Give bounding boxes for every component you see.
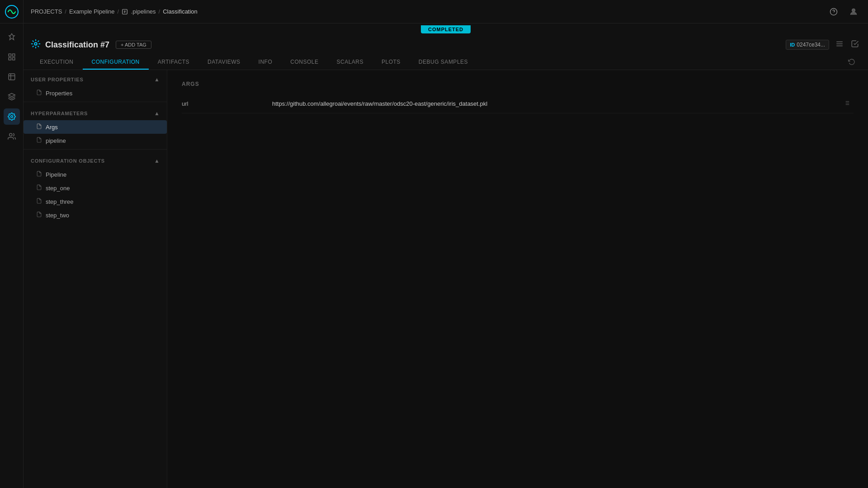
args-value-url: https://github.com/allegroai/events/raw/… [272, 100, 840, 107]
task-title-row: Classification #7 + ADD TAG ID 0247ce34.… [31, 38, 861, 52]
task-id-value: 0247ce34... [797, 42, 825, 48]
task-type-icon [31, 39, 41, 51]
divider-2 [24, 149, 167, 150]
topbar: PROJECTS / Example Pipeline / .pipelines… [24, 0, 868, 23]
tabs: EXECUTION CONFIGURATION ARTIFACTS DATAVI… [31, 55, 861, 70]
svg-marker-5 [8, 94, 15, 97]
tab-execution[interactable]: EXECUTION [31, 55, 83, 70]
left-panel-item-properties[interactable]: Properties [24, 86, 167, 100]
svg-point-7 [9, 133, 12, 136]
breadcrumb-example-pipeline[interactable]: Example Pipeline [69, 8, 114, 15]
step-one-label: step_one [46, 185, 70, 192]
app-logo[interactable] [0, 0, 24, 23]
svg-rect-2 [12, 54, 14, 56]
help-icon[interactable] [826, 5, 841, 19]
args-key-url: url [182, 100, 272, 107]
hyperparameters-header: HYPERPARAMETERS ▲ [24, 104, 167, 120]
svg-line-20 [33, 46, 34, 47]
main-content: ARGS url https://github.com/allegroai/ev… [167, 70, 868, 488]
breadcrumb-sep-1: / [65, 8, 66, 15]
tab-plots[interactable]: PLOTS [373, 55, 410, 70]
file-icon-step-three [36, 198, 42, 205]
svg-rect-4 [12, 58, 14, 60]
left-panel-item-step-three[interactable]: step_three [24, 195, 167, 208]
args-section-title: ARGS [182, 81, 854, 87]
hyperparameters-toggle[interactable]: ▲ [154, 110, 160, 117]
tab-dataviews[interactable]: DATAVIEWS [198, 55, 250, 70]
nav-icon-experiments[interactable] [4, 69, 20, 85]
breadcrumb-projects[interactable]: PROJECTS [31, 8, 62, 15]
svg-rect-1 [9, 54, 11, 56]
file-icon-step-one [36, 184, 42, 192]
breadcrumb-sep-2: / [117, 8, 119, 15]
config-objects-title: CONFIGURATION OBJECTS [31, 158, 105, 164]
left-panel-item-step-two[interactable]: step_two [24, 208, 167, 222]
nav-icon-dashboard[interactable] [4, 49, 20, 65]
hyperparameters-title: HYPERPARAMETERS [31, 111, 88, 116]
user-properties-toggle[interactable]: ▲ [154, 76, 160, 83]
left-panel-item-pipeline[interactable]: pipeline [24, 134, 167, 147]
svg-point-12 [34, 42, 37, 45]
args-label: Args [46, 124, 58, 131]
pipeline-config-label: Pipeline [46, 171, 66, 178]
tab-configuration[interactable]: CONFIGURATION [83, 55, 149, 70]
left-panel-item-args[interactable]: Args [24, 120, 167, 134]
nav-icon-layers[interactable] [4, 89, 20, 105]
breadcrumb-pipelines[interactable]: .pipelines [122, 8, 156, 15]
breadcrumb-pipelines-label: .pipelines [131, 8, 156, 15]
svg-line-19 [38, 40, 39, 42]
pipeline-param-label: pipeline [46, 137, 66, 144]
nav-icon-users[interactable] [4, 128, 20, 145]
svg-point-11 [852, 9, 855, 12]
svg-rect-3 [9, 58, 11, 60]
status-badge: COMPLETED [421, 25, 471, 33]
properties-label: Properties [46, 90, 72, 97]
left-panel-item-pipeline-config[interactable]: Pipeline [24, 168, 167, 181]
file-icon-properties [36, 89, 42, 97]
breadcrumb-sep-3: / [159, 8, 160, 15]
left-panel-item-step-one[interactable]: step_one [24, 181, 167, 195]
task-menu-icon[interactable] [834, 38, 845, 52]
args-row-url: url https://github.com/allegroai/events/… [182, 94, 854, 113]
args-copy-icon[interactable] [840, 100, 854, 108]
add-tag-button[interactable]: + ADD TAG [116, 41, 151, 49]
task-id-label: ID [790, 42, 795, 47]
main-area: PROJECTS / Example Pipeline / .pipelines… [24, 0, 868, 488]
tab-debug-samples[interactable]: DEBUG SAMPLES [410, 55, 477, 70]
topbar-right [826, 5, 861, 19]
svg-line-18 [38, 46, 39, 47]
tab-artifacts[interactable]: ARTIFACTS [149, 55, 198, 70]
user-properties-header: USER PROPERTIES ▲ [24, 70, 167, 86]
task-actions-icon[interactable] [849, 38, 861, 52]
tab-console[interactable]: CONSOLE [281, 55, 327, 70]
task-header-icons [834, 38, 861, 52]
tab-info[interactable]: INFO [250, 55, 282, 70]
file-icon-step-two [36, 211, 42, 219]
task-header: Classification #7 + ADD TAG ID 0247ce34.… [24, 33, 868, 70]
task-id-badge: ID 0247ce34... [786, 40, 829, 50]
breadcrumb-current: Classification [163, 8, 198, 15]
divider-1 [24, 102, 167, 102]
breadcrumb: PROJECTS / Example Pipeline / .pipelines… [31, 8, 198, 15]
config-objects-header: CONFIGURATION OBJECTS ▲ [24, 151, 167, 168]
tab-scalars[interactable]: SCALARS [327, 55, 373, 70]
step-two-label: step_two [46, 212, 69, 219]
content-wrapper: USER PROPERTIES ▲ Properties HYPERPARAME… [24, 70, 868, 488]
svg-point-6 [10, 116, 13, 118]
task-title: Classification #7 [45, 40, 109, 50]
file-icon-args [36, 123, 42, 131]
nav-icon-rocket[interactable] [4, 29, 20, 45]
config-objects-toggle[interactable]: ▲ [154, 158, 160, 164]
status-bar: COMPLETED [24, 23, 868, 33]
step-three-label: step_three [46, 198, 73, 205]
file-icon-pipeline-param [36, 137, 42, 144]
icon-sidebar [0, 0, 24, 488]
refresh-icon[interactable] [846, 56, 857, 69]
left-panel: USER PROPERTIES ▲ Properties HYPERPARAME… [24, 70, 167, 488]
svg-line-17 [33, 40, 34, 42]
user-avatar[interactable] [846, 5, 861, 19]
user-properties-title: USER PROPERTIES [31, 77, 84, 82]
file-icon-pipeline-config [36, 171, 42, 178]
nav-icon-settings[interactable] [4, 108, 20, 125]
